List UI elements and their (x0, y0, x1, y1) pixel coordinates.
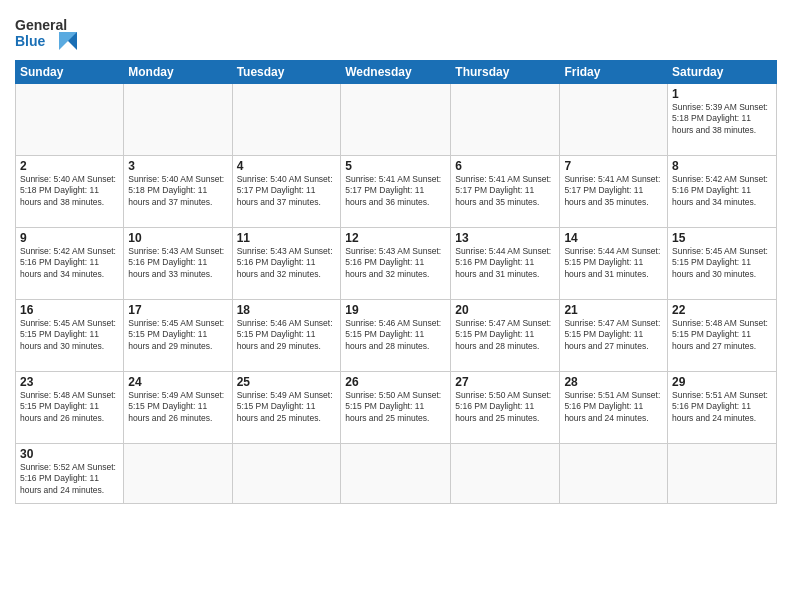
day-number: 13 (455, 231, 555, 245)
day-number: 5 (345, 159, 446, 173)
day-number: 19 (345, 303, 446, 317)
day-number: 2 (20, 159, 119, 173)
calendar-week-row: 9Sunrise: 5:42 AM Sunset: 5:16 PM Daylig… (16, 228, 777, 300)
calendar-cell: 27Sunrise: 5:50 AM Sunset: 5:16 PM Dayli… (451, 372, 560, 444)
calendar-cell: 6Sunrise: 5:41 AM Sunset: 5:17 PM Daylig… (451, 156, 560, 228)
day-number: 12 (345, 231, 446, 245)
calendar-day-header: Wednesday (341, 61, 451, 84)
day-info: Sunrise: 5:43 AM Sunset: 5:16 PM Dayligh… (237, 246, 337, 280)
calendar-cell: 17Sunrise: 5:45 AM Sunset: 5:15 PM Dayli… (124, 300, 232, 372)
day-info: Sunrise: 5:43 AM Sunset: 5:16 PM Dayligh… (345, 246, 446, 280)
calendar-cell: 8Sunrise: 5:42 AM Sunset: 5:16 PM Daylig… (668, 156, 777, 228)
calendar-cell: 1Sunrise: 5:39 AM Sunset: 5:18 PM Daylig… (668, 84, 777, 156)
day-info: Sunrise: 5:50 AM Sunset: 5:16 PM Dayligh… (455, 390, 555, 424)
day-info: Sunrise: 5:39 AM Sunset: 5:18 PM Dayligh… (672, 102, 772, 136)
day-info: Sunrise: 5:48 AM Sunset: 5:15 PM Dayligh… (672, 318, 772, 352)
page: General Blue SundayMondayTuesdayWednesda… (0, 0, 792, 612)
calendar-cell: 14Sunrise: 5:44 AM Sunset: 5:15 PM Dayli… (560, 228, 668, 300)
day-number: 28 (564, 375, 663, 389)
day-number: 16 (20, 303, 119, 317)
calendar-week-row: 30Sunrise: 5:52 AM Sunset: 5:16 PM Dayli… (16, 444, 777, 504)
day-info: Sunrise: 5:40 AM Sunset: 5:17 PM Dayligh… (237, 174, 337, 208)
calendar-cell (560, 444, 668, 504)
day-info: Sunrise: 5:45 AM Sunset: 5:15 PM Dayligh… (20, 318, 119, 352)
calendar-cell: 13Sunrise: 5:44 AM Sunset: 5:16 PM Dayli… (451, 228, 560, 300)
day-number: 9 (20, 231, 119, 245)
day-number: 25 (237, 375, 337, 389)
day-info: Sunrise: 5:51 AM Sunset: 5:16 PM Dayligh… (672, 390, 772, 424)
calendar-cell: 2Sunrise: 5:40 AM Sunset: 5:18 PM Daylig… (16, 156, 124, 228)
calendar-cell: 5Sunrise: 5:41 AM Sunset: 5:17 PM Daylig… (341, 156, 451, 228)
day-info: Sunrise: 5:49 AM Sunset: 5:15 PM Dayligh… (128, 390, 227, 424)
svg-text:General: General (15, 17, 67, 33)
day-info: Sunrise: 5:47 AM Sunset: 5:15 PM Dayligh… (564, 318, 663, 352)
day-info: Sunrise: 5:40 AM Sunset: 5:18 PM Dayligh… (128, 174, 227, 208)
day-info: Sunrise: 5:40 AM Sunset: 5:18 PM Dayligh… (20, 174, 119, 208)
calendar-cell: 18Sunrise: 5:46 AM Sunset: 5:15 PM Dayli… (232, 300, 341, 372)
calendar-cell: 19Sunrise: 5:46 AM Sunset: 5:15 PM Dayli… (341, 300, 451, 372)
calendar-cell: 11Sunrise: 5:43 AM Sunset: 5:16 PM Dayli… (232, 228, 341, 300)
day-number: 14 (564, 231, 663, 245)
calendar-week-row: 2Sunrise: 5:40 AM Sunset: 5:18 PM Daylig… (16, 156, 777, 228)
day-number: 1 (672, 87, 772, 101)
day-number: 21 (564, 303, 663, 317)
calendar-cell: 20Sunrise: 5:47 AM Sunset: 5:15 PM Dayli… (451, 300, 560, 372)
day-number: 23 (20, 375, 119, 389)
calendar-cell: 9Sunrise: 5:42 AM Sunset: 5:16 PM Daylig… (16, 228, 124, 300)
day-number: 8 (672, 159, 772, 173)
day-number: 3 (128, 159, 227, 173)
day-info: Sunrise: 5:45 AM Sunset: 5:15 PM Dayligh… (128, 318, 227, 352)
calendar-cell (16, 84, 124, 156)
day-info: Sunrise: 5:48 AM Sunset: 5:15 PM Dayligh… (20, 390, 119, 424)
calendar-cell (124, 444, 232, 504)
day-number: 29 (672, 375, 772, 389)
calendar-cell: 16Sunrise: 5:45 AM Sunset: 5:15 PM Dayli… (16, 300, 124, 372)
calendar-header-row: SundayMondayTuesdayWednesdayThursdayFrid… (16, 61, 777, 84)
calendar-cell: 29Sunrise: 5:51 AM Sunset: 5:16 PM Dayli… (668, 372, 777, 444)
day-number: 22 (672, 303, 772, 317)
day-number: 10 (128, 231, 227, 245)
calendar-day-header: Sunday (16, 61, 124, 84)
calendar-week-row: 1Sunrise: 5:39 AM Sunset: 5:18 PM Daylig… (16, 84, 777, 156)
day-info: Sunrise: 5:44 AM Sunset: 5:16 PM Dayligh… (455, 246, 555, 280)
calendar-cell: 25Sunrise: 5:49 AM Sunset: 5:15 PM Dayli… (232, 372, 341, 444)
calendar-cell (560, 84, 668, 156)
day-number: 17 (128, 303, 227, 317)
day-info: Sunrise: 5:42 AM Sunset: 5:16 PM Dayligh… (20, 246, 119, 280)
day-number: 15 (672, 231, 772, 245)
day-info: Sunrise: 5:46 AM Sunset: 5:15 PM Dayligh… (237, 318, 337, 352)
header: General Blue (15, 10, 777, 54)
svg-text:Blue: Blue (15, 33, 46, 49)
calendar-day-header: Tuesday (232, 61, 341, 84)
logo: General Blue (15, 10, 85, 54)
day-number: 18 (237, 303, 337, 317)
calendar-cell: 15Sunrise: 5:45 AM Sunset: 5:15 PM Dayli… (668, 228, 777, 300)
calendar-week-row: 16Sunrise: 5:45 AM Sunset: 5:15 PM Dayli… (16, 300, 777, 372)
day-info: Sunrise: 5:52 AM Sunset: 5:16 PM Dayligh… (20, 462, 119, 496)
day-number: 4 (237, 159, 337, 173)
day-info: Sunrise: 5:44 AM Sunset: 5:15 PM Dayligh… (564, 246, 663, 280)
calendar-day-header: Saturday (668, 61, 777, 84)
day-info: Sunrise: 5:42 AM Sunset: 5:16 PM Dayligh… (672, 174, 772, 208)
day-info: Sunrise: 5:49 AM Sunset: 5:15 PM Dayligh… (237, 390, 337, 424)
calendar-cell: 23Sunrise: 5:48 AM Sunset: 5:15 PM Dayli… (16, 372, 124, 444)
calendar-cell (451, 84, 560, 156)
day-info: Sunrise: 5:45 AM Sunset: 5:15 PM Dayligh… (672, 246, 772, 280)
day-number: 27 (455, 375, 555, 389)
calendar-cell (341, 84, 451, 156)
day-info: Sunrise: 5:41 AM Sunset: 5:17 PM Dayligh… (564, 174, 663, 208)
day-info: Sunrise: 5:50 AM Sunset: 5:15 PM Dayligh… (345, 390, 446, 424)
calendar-cell: 21Sunrise: 5:47 AM Sunset: 5:15 PM Dayli… (560, 300, 668, 372)
calendar-cell: 12Sunrise: 5:43 AM Sunset: 5:16 PM Dayli… (341, 228, 451, 300)
day-number: 20 (455, 303, 555, 317)
calendar-cell: 30Sunrise: 5:52 AM Sunset: 5:16 PM Dayli… (16, 444, 124, 504)
calendar-cell: 22Sunrise: 5:48 AM Sunset: 5:15 PM Dayli… (668, 300, 777, 372)
calendar-cell: 28Sunrise: 5:51 AM Sunset: 5:16 PM Dayli… (560, 372, 668, 444)
calendar-cell: 10Sunrise: 5:43 AM Sunset: 5:16 PM Dayli… (124, 228, 232, 300)
calendar-day-header: Friday (560, 61, 668, 84)
calendar-cell (451, 444, 560, 504)
calendar-cell: 7Sunrise: 5:41 AM Sunset: 5:17 PM Daylig… (560, 156, 668, 228)
calendar-cell (232, 444, 341, 504)
calendar-week-row: 23Sunrise: 5:48 AM Sunset: 5:15 PM Dayli… (16, 372, 777, 444)
calendar-cell (668, 444, 777, 504)
